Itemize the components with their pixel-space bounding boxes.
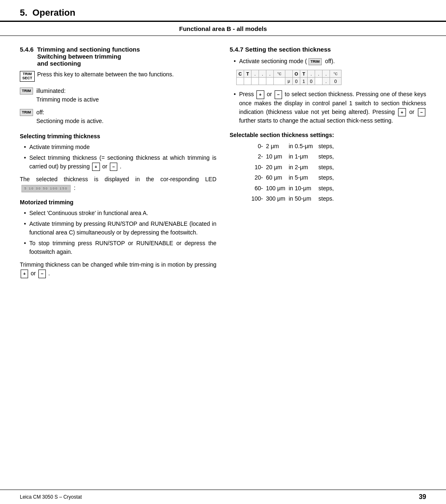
display-panel: C T . . . °C O T . . . °C <box>236 70 342 85</box>
thickness-row-100: 100 - 300 μm in 50-μm steps. <box>246 194 426 203</box>
led-bar: 5 10 30 50 100 150 <box>21 185 71 192</box>
main-content: 5.4.6 Trimming and sectioning functions … <box>0 36 446 490</box>
thickness-row-0: 0 - 2 μm in 0.5-μm steps, <box>246 142 426 151</box>
off-heading: off: <box>36 109 44 116</box>
functional-area-bar: Functional area B - all models <box>0 22 446 36</box>
off-trim-label: TRIM <box>20 109 33 116</box>
display-panel-wrapper: C T . . . °C O T . . . °C <box>236 70 426 85</box>
thickness-row-60: 60 - 100 μm in 10-μm steps, <box>246 184 426 193</box>
section-num: 5. <box>20 7 27 18</box>
motorized-heading: Motorized trimming <box>20 199 216 206</box>
trim-off-label: TRIM <box>308 58 322 66</box>
bullet-select-thickness: Select trimming thickness (= sectioning … <box>24 154 216 171</box>
off-text-block: off: Sectioning mode is active. <box>36 108 216 125</box>
illuminated-trim-label: TRIM <box>20 88 33 95</box>
key-row-text: Press this key to alternate between the … <box>37 71 216 78</box>
motorized-bullet3: To stop trimming press RUN/STOP or RUN/E… <box>24 239 216 256</box>
plus-key-547b: + <box>398 108 406 117</box>
activate-bullet: Activate sectioning mode ( TRIM off). <box>234 57 426 66</box>
thickness-table: 0 - 2 μm in 0.5-μm steps, 2 - 10 μm in 1… <box>246 142 426 203</box>
minus-key-547: − <box>275 90 282 99</box>
left-column: 5.4.6 Trimming and sectioning functions … <box>20 46 216 483</box>
motorized-bullet1: Select 'Continuous stroke' in functional… <box>24 209 216 218</box>
activate-bullet-list: Activate sectioning mode ( TRIM off). <box>230 57 426 66</box>
section-title: 5. Operation <box>20 7 76 18</box>
minus-key-motorized: − <box>38 270 46 278</box>
key-bottom-label: SECT <box>22 76 32 80</box>
minus-key-selecting: − <box>110 163 117 171</box>
off-row: TRIM off: Sectioning mode is active. <box>20 108 216 125</box>
device-name: Leica CM 3050 S – Cryostat <box>20 494 82 500</box>
illuminated-text-block: illuminated: Trimming mode is active <box>36 87 216 104</box>
functional-area-label: Functional area B - all models <box>179 25 267 32</box>
page-container: 5. Operation Functional area B - all mod… <box>0 0 446 504</box>
press-bullet: Press + or − to select section thickness… <box>234 90 426 125</box>
bullet-activate-trimming: Activate trimming mode <box>24 143 216 151</box>
selecting-heading: Selecting trimming thickness <box>20 133 216 140</box>
motorized-paragraph: Trimming thickness can be changed while … <box>20 260 216 278</box>
thickness-row-10: 10 - 20 μm in 2-μm steps, <box>246 163 426 172</box>
key-desc: Press this key to alternate between the … <box>37 71 174 78</box>
key-description-row: TRIM SECT Press this key to alternate be… <box>20 71 216 82</box>
illuminated-heading: illuminated: <box>36 88 66 94</box>
page-footer: Leica CM 3050 S – Cryostat 39 <box>0 490 446 504</box>
bullet1-text: Activate trimming mode <box>29 143 90 151</box>
press-bullet-list: Press + or − to select section thickness… <box>230 90 426 125</box>
thickness-row-20: 20 - 60 μm in 5-μm steps, <box>246 173 426 182</box>
illuminated-row: TRIM illuminated: Trimming mode is activ… <box>20 87 216 104</box>
led-paragraph: The selected thickness is displayed in t… <box>20 175 216 192</box>
motorized-bullet-list: Select 'Continuous stroke' in functional… <box>20 209 216 256</box>
plus-key-motorized: + <box>21 270 28 278</box>
off-text: Sectioning mode is active. <box>36 118 104 124</box>
minus-key-547b: − <box>418 108 425 117</box>
bullet2-text: Select trimming thickness (= sectioning … <box>29 154 216 171</box>
trim-sect-key-box: TRIM SECT <box>20 71 35 82</box>
display-row1: C T . . . °C O T . . . °C <box>237 70 342 78</box>
section-title-text: Operation <box>33 7 76 18</box>
illuminated-text: Trimming mode is active <box>36 96 99 103</box>
plus-key-547: + <box>256 90 264 99</box>
thickness-row-2: 2 - 10 μm in 1-μm steps, <box>246 152 426 161</box>
section-546-heading: 5.4.6 Trimming and sectioning functions … <box>20 46 216 67</box>
plus-key-selecting: + <box>92 163 100 171</box>
selectable-heading: Selectable section thickness settings: <box>230 132 426 138</box>
page-header: 5. Operation <box>0 0 446 22</box>
page-number: 39 <box>419 493 426 501</box>
right-column: 5.4.7 Setting the section thickness Acti… <box>230 46 426 483</box>
selecting-bullet-list: Activate trimming mode Select trimming t… <box>20 143 216 171</box>
section-547-heading: 5.4.7 Setting the section thickness <box>230 46 426 53</box>
motorized-bullet2: Activate trimming by pressing RUN/STOP a… <box>24 220 216 237</box>
display-row2: μ 0 1 0 . 0 <box>237 78 342 85</box>
